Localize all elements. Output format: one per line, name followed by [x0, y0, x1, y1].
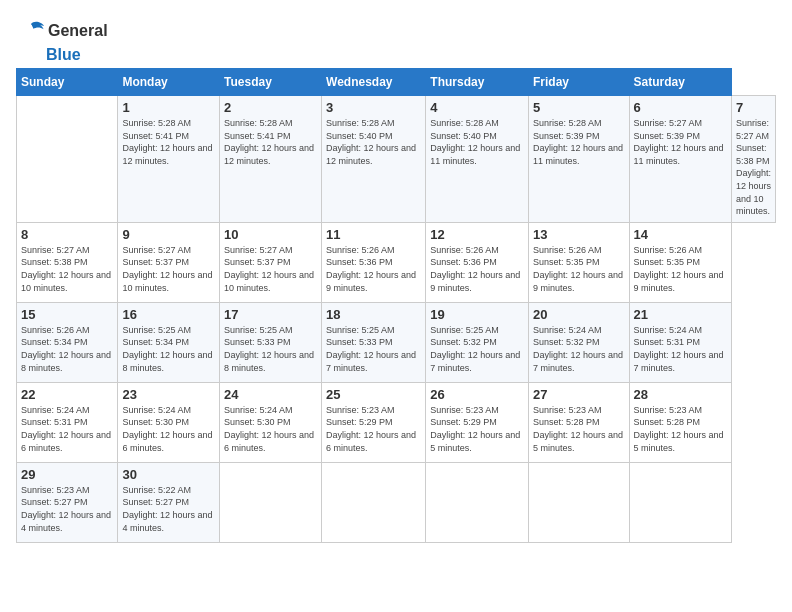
day-number: 7: [736, 100, 771, 115]
calendar-cell: 28Sunrise: 5:23 AMSunset: 5:28 PMDayligh…: [629, 382, 731, 462]
day-number: 4: [430, 100, 524, 115]
calendar-cell: 29Sunrise: 5:23 AMSunset: 5:27 PMDayligh…: [17, 462, 118, 542]
calendar-cell: 25Sunrise: 5:23 AMSunset: 5:29 PMDayligh…: [322, 382, 426, 462]
day-number: 5: [533, 100, 625, 115]
logo: General Blue: [16, 16, 108, 64]
day-number: 22: [21, 387, 113, 402]
page-header: General Blue: [16, 16, 776, 64]
header-day: Sunday: [17, 69, 118, 96]
day-info: Sunrise: 5:27 AMSunset: 5:38 PMDaylight:…: [21, 244, 113, 294]
calendar-cell: 13Sunrise: 5:26 AMSunset: 5:35 PMDayligh…: [529, 222, 630, 302]
calendar-cell: 19Sunrise: 5:25 AMSunset: 5:32 PMDayligh…: [426, 302, 529, 382]
day-number: 21: [634, 307, 727, 322]
day-info: Sunrise: 5:24 AMSunset: 5:30 PMDaylight:…: [122, 404, 215, 454]
day-number: 1: [122, 100, 215, 115]
day-number: 11: [326, 227, 421, 242]
day-info: Sunrise: 5:23 AMSunset: 5:28 PMDaylight:…: [634, 404, 727, 454]
calendar-cell: [322, 462, 426, 542]
calendar-cell: 30Sunrise: 5:22 AMSunset: 5:27 PMDayligh…: [118, 462, 220, 542]
day-number: 23: [122, 387, 215, 402]
day-info: Sunrise: 5:24 AMSunset: 5:31 PMDaylight:…: [21, 404, 113, 454]
day-info: Sunrise: 5:28 AMSunset: 5:40 PMDaylight:…: [430, 117, 524, 167]
day-info: Sunrise: 5:28 AMSunset: 5:40 PMDaylight:…: [326, 117, 421, 167]
day-number: 8: [21, 227, 113, 242]
calendar-cell: [629, 462, 731, 542]
day-info: Sunrise: 5:24 AMSunset: 5:31 PMDaylight:…: [634, 324, 727, 374]
header-day: Friday: [529, 69, 630, 96]
day-number: 13: [533, 227, 625, 242]
day-number: 10: [224, 227, 317, 242]
day-number: 6: [634, 100, 727, 115]
calendar-cell: 14Sunrise: 5:26 AMSunset: 5:35 PMDayligh…: [629, 222, 731, 302]
calendar-cell: 16Sunrise: 5:25 AMSunset: 5:34 PMDayligh…: [118, 302, 220, 382]
day-number: 9: [122, 227, 215, 242]
empty-cell: [17, 96, 118, 223]
logo-text-blue: Blue: [46, 46, 81, 64]
calendar-cell: 15Sunrise: 5:26 AMSunset: 5:34 PMDayligh…: [17, 302, 118, 382]
day-info: Sunrise: 5:25 AMSunset: 5:34 PMDaylight:…: [122, 324, 215, 374]
day-info: Sunrise: 5:25 AMSunset: 5:33 PMDaylight:…: [326, 324, 421, 374]
day-info: Sunrise: 5:28 AMSunset: 5:41 PMDaylight:…: [122, 117, 215, 167]
day-info: Sunrise: 5:27 AMSunset: 5:37 PMDaylight:…: [122, 244, 215, 294]
day-info: Sunrise: 5:27 AMSunset: 5:39 PMDaylight:…: [634, 117, 727, 167]
header-day: Wednesday: [322, 69, 426, 96]
day-number: 12: [430, 227, 524, 242]
day-info: Sunrise: 5:26 AMSunset: 5:36 PMDaylight:…: [326, 244, 421, 294]
calendar-header: SundayMondayTuesdayWednesdayThursdayFrid…: [17, 69, 776, 96]
calendar-week-row: 22Sunrise: 5:24 AMSunset: 5:31 PMDayligh…: [17, 382, 776, 462]
day-info: Sunrise: 5:23 AMSunset: 5:29 PMDaylight:…: [326, 404, 421, 454]
calendar-cell: 22Sunrise: 5:24 AMSunset: 5:31 PMDayligh…: [17, 382, 118, 462]
day-info: Sunrise: 5:24 AMSunset: 5:30 PMDaylight:…: [224, 404, 317, 454]
calendar-cell: 10Sunrise: 5:27 AMSunset: 5:37 PMDayligh…: [220, 222, 322, 302]
calendar-cell: 20Sunrise: 5:24 AMSunset: 5:32 PMDayligh…: [529, 302, 630, 382]
calendar-week-row: 29Sunrise: 5:23 AMSunset: 5:27 PMDayligh…: [17, 462, 776, 542]
day-number: 24: [224, 387, 317, 402]
day-info: Sunrise: 5:28 AMSunset: 5:39 PMDaylight:…: [533, 117, 625, 167]
calendar-cell: 27Sunrise: 5:23 AMSunset: 5:28 PMDayligh…: [529, 382, 630, 462]
day-number: 27: [533, 387, 625, 402]
day-number: 16: [122, 307, 215, 322]
day-info: Sunrise: 5:27 AMSunset: 5:38 PMDaylight:…: [736, 117, 771, 218]
day-info: Sunrise: 5:26 AMSunset: 5:35 PMDaylight:…: [634, 244, 727, 294]
header-day: Tuesday: [220, 69, 322, 96]
calendar-cell: [220, 462, 322, 542]
calendar-cell: 26Sunrise: 5:23 AMSunset: 5:29 PMDayligh…: [426, 382, 529, 462]
day-number: 3: [326, 100, 421, 115]
day-number: 18: [326, 307, 421, 322]
day-number: 28: [634, 387, 727, 402]
day-info: Sunrise: 5:24 AMSunset: 5:32 PMDaylight:…: [533, 324, 625, 374]
calendar-cell: 11Sunrise: 5:26 AMSunset: 5:36 PMDayligh…: [322, 222, 426, 302]
calendar-cell: 1Sunrise: 5:28 AMSunset: 5:41 PMDaylight…: [118, 96, 220, 223]
day-number: 25: [326, 387, 421, 402]
day-number: 17: [224, 307, 317, 322]
day-info: Sunrise: 5:28 AMSunset: 5:41 PMDaylight:…: [224, 117, 317, 167]
calendar-cell: [529, 462, 630, 542]
calendar-table: SundayMondayTuesdayWednesdayThursdayFrid…: [16, 68, 776, 543]
calendar-cell: 23Sunrise: 5:24 AMSunset: 5:30 PMDayligh…: [118, 382, 220, 462]
calendar-cell: 5Sunrise: 5:28 AMSunset: 5:39 PMDaylight…: [529, 96, 630, 223]
day-number: 14: [634, 227, 727, 242]
day-info: Sunrise: 5:25 AMSunset: 5:32 PMDaylight:…: [430, 324, 524, 374]
calendar-week-row: 1Sunrise: 5:28 AMSunset: 5:41 PMDaylight…: [17, 96, 776, 223]
day-info: Sunrise: 5:25 AMSunset: 5:33 PMDaylight:…: [224, 324, 317, 374]
day-number: 2: [224, 100, 317, 115]
day-number: 20: [533, 307, 625, 322]
logo-bird-icon: [16, 16, 46, 46]
day-number: 15: [21, 307, 113, 322]
calendar-cell: 6Sunrise: 5:27 AMSunset: 5:39 PMDaylight…: [629, 96, 731, 223]
calendar-cell: 9Sunrise: 5:27 AMSunset: 5:37 PMDaylight…: [118, 222, 220, 302]
day-info: Sunrise: 5:27 AMSunset: 5:37 PMDaylight:…: [224, 244, 317, 294]
calendar-cell: 21Sunrise: 5:24 AMSunset: 5:31 PMDayligh…: [629, 302, 731, 382]
header-day: Monday: [118, 69, 220, 96]
day-info: Sunrise: 5:23 AMSunset: 5:27 PMDaylight:…: [21, 484, 113, 534]
header-day: Thursday: [426, 69, 529, 96]
logo-text-general: General: [48, 22, 108, 40]
calendar-week-row: 15Sunrise: 5:26 AMSunset: 5:34 PMDayligh…: [17, 302, 776, 382]
day-info: Sunrise: 5:22 AMSunset: 5:27 PMDaylight:…: [122, 484, 215, 534]
calendar-cell: 7Sunrise: 5:27 AMSunset: 5:38 PMDaylight…: [731, 96, 775, 223]
calendar-body: 1Sunrise: 5:28 AMSunset: 5:41 PMDaylight…: [17, 96, 776, 543]
calendar-cell: 18Sunrise: 5:25 AMSunset: 5:33 PMDayligh…: [322, 302, 426, 382]
day-number: 30: [122, 467, 215, 482]
day-info: Sunrise: 5:23 AMSunset: 5:28 PMDaylight:…: [533, 404, 625, 454]
day-info: Sunrise: 5:26 AMSunset: 5:35 PMDaylight:…: [533, 244, 625, 294]
